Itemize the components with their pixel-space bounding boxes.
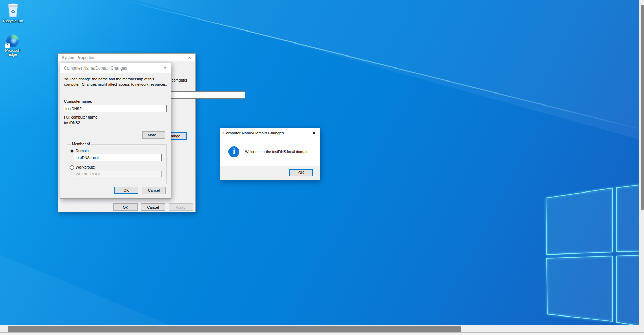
workgroup-radio[interactable] xyxy=(70,165,74,170)
member-of-groupbox: Member of Domain: Workgroup: xyxy=(67,144,167,184)
svg-text:♻: ♻ xyxy=(11,8,15,15)
viewer-bottom-edge xyxy=(0,332,644,335)
welcome-message: Welcome to the testDNS.local domain. xyxy=(245,150,309,154)
welcome-dialog-titlebar[interactable]: Computer Name/Domain Changes × xyxy=(220,128,320,137)
full-computer-name-label: Full computer name: xyxy=(64,115,98,119)
system-properties-apply-button[interactable]: Apply xyxy=(169,203,193,211)
system-properties-title: System Properties xyxy=(58,55,184,60)
shortcut-arrow-icon: ↖ xyxy=(5,43,10,48)
horizontal-scrollbar[interactable] xyxy=(0,325,644,332)
system-properties-text-fragment: computer xyxy=(172,78,187,82)
name-dialog-cancel-button[interactable]: Cancel xyxy=(142,187,166,194)
welcome-dialog-title: Computer Name/Domain Changes xyxy=(220,131,309,135)
desktop-icon-recycle-bin[interactable]: ♻ Recycle Bin xyxy=(1,2,25,23)
edge-label: Microsoft Edge xyxy=(0,48,25,57)
welcome-dialog-ok-button[interactable]: OK xyxy=(289,169,313,176)
computer-name-input[interactable] xyxy=(64,105,167,112)
workgroup-input[interactable] xyxy=(74,171,162,177)
system-properties-cancel-button[interactable]: Cancel xyxy=(141,203,165,211)
horizontal-scrollbar-thumb[interactable] xyxy=(8,326,461,332)
welcome-dialog-close-icon[interactable]: × xyxy=(309,130,320,135)
computer-name-dialog-title: Computer Name/Domain Changes xyxy=(60,66,160,71)
computer-name-label: Computer name: xyxy=(64,99,92,103)
name-dialog-ok-button[interactable]: OK xyxy=(114,187,138,194)
computer-name-dialog-titlebar[interactable]: Computer Name/Domain Changes × xyxy=(60,63,171,73)
system-properties-titlebar[interactable]: System Properties × xyxy=(58,54,195,61)
welcome-dialog: Computer Name/Domain Changes × i Welcome… xyxy=(220,128,320,180)
domain-input[interactable] xyxy=(74,154,162,161)
workgroup-label: Workgroup: xyxy=(76,165,95,169)
member-of-label: Member of xyxy=(71,142,91,146)
dialog-description-line1: You can change the name and the membersh… xyxy=(64,77,154,81)
recycle-bin-label: Recycle Bin xyxy=(1,19,25,23)
vertical-scrollbar[interactable] xyxy=(639,0,644,325)
domain-label: Domain: xyxy=(76,149,90,153)
full-computer-name-value: testDNS2 xyxy=(64,121,80,125)
system-properties-ok-button[interactable]: OK xyxy=(113,203,138,211)
dialog-description-line2: computer. Changes might affect access to… xyxy=(64,82,167,86)
domain-radio[interactable] xyxy=(70,149,74,153)
edge-icon-swirl xyxy=(9,38,17,45)
recycle-bin-icon: ♻ xyxy=(6,2,20,18)
vertical-scrollbar-thumb[interactable] xyxy=(641,5,644,210)
desktop-icon-microsoft-edge[interactable]: ↖ Microsoft Edge xyxy=(0,34,25,57)
system-properties-close-icon[interactable]: × xyxy=(184,55,195,60)
windows-logo xyxy=(541,182,644,327)
edge-icon: ↖ xyxy=(6,34,19,47)
computer-name-dialog: Computer Name/Domain Changes × You can c… xyxy=(60,63,171,199)
more-button[interactable]: More... xyxy=(142,131,165,139)
computer-name-dialog-close-icon[interactable]: × xyxy=(160,65,171,71)
info-icon: i xyxy=(228,146,239,157)
